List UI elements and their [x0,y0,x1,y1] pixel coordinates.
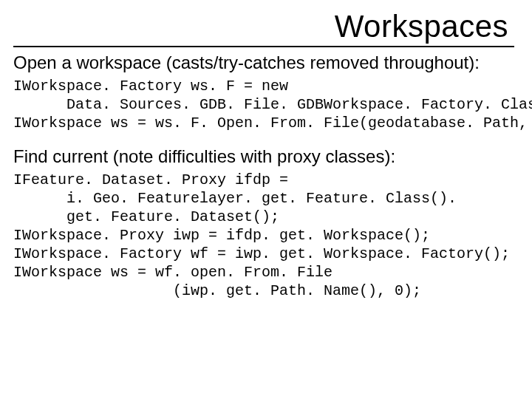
slide: Workspaces Open a workspace (casts/try-c… [0,0,532,399]
code-block-open-workspace: IWorkspace. Factory ws. F = new Data. So… [13,77,514,132]
section-heading-find-current: Find current (note difficulties with pro… [13,146,514,168]
title-divider [13,46,514,47]
code-block-find-current: IFeature. Dataset. Proxy ifdp = i. Geo. … [13,171,514,300]
page-title: Workspaces [13,9,508,44]
section-heading-open-workspace: Open a workspace (casts/try-catches remo… [13,52,514,74]
